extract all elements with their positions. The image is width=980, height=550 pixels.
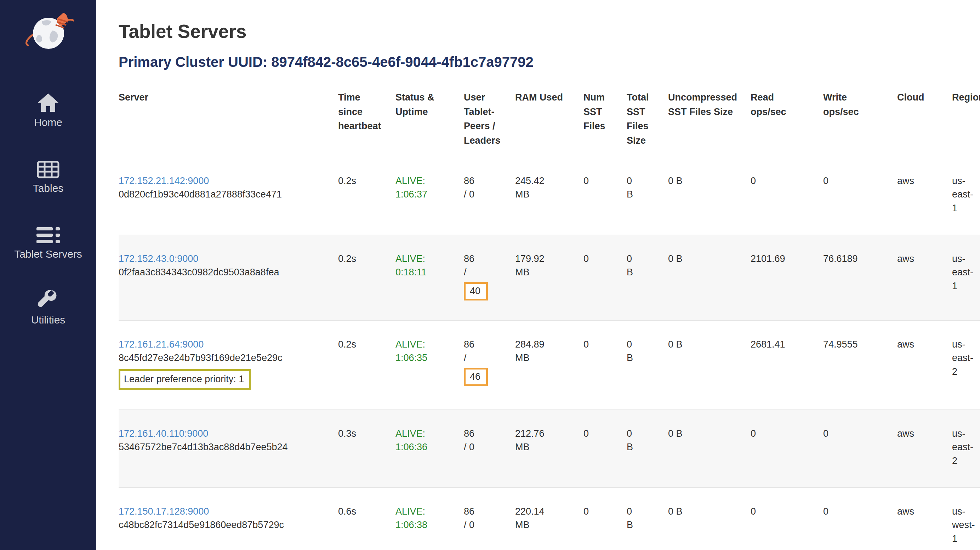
sidebar-item-label: Utilities <box>31 313 65 326</box>
server-uuid: 0f2faa3c834343c0982dc9503a8a8fea <box>119 265 333 279</box>
leaders-highlight-badge: 46 <box>464 368 488 386</box>
home-icon <box>37 91 59 113</box>
peers-count: 86 <box>464 338 510 351</box>
leaders-separator: / <box>464 351 510 364</box>
read-ops-cell: 0 <box>751 157 823 235</box>
cloud-cell: aws <box>897 410 952 487</box>
primary-cluster-uuid: Primary Cluster UUID: 8974f842-8c65-4e6f… <box>119 54 978 70</box>
heartbeat-cell: 0.3s <box>338 410 396 487</box>
region-cell: us-east-2 <box>952 320 980 410</box>
sidebar: Home Tables <box>0 0 96 550</box>
status-cell: ALIVE: 1:06:38 <box>396 487 464 550</box>
uptime-value: 0:18:11 <box>396 265 459 279</box>
uncompressed-sst-cell: 0 B <box>668 487 751 550</box>
sidebar-item-utilities[interactable]: Utilities <box>31 288 65 326</box>
region-cell: us-east-1 <box>952 235 980 320</box>
col-header-cloud: Cloud <box>897 83 952 157</box>
cloud-cell: aws <box>897 487 952 550</box>
col-header-status: Status & Uptime <box>396 83 464 157</box>
num-sst-cell: 0 <box>584 157 627 235</box>
col-header-num-sst: Num SST Files <box>584 83 627 157</box>
server-link[interactable]: 172.152.21.142:9000 <box>119 176 209 186</box>
peers-count: 86 <box>464 252 510 265</box>
num-sst-cell: 0 <box>584 320 627 410</box>
server-uuid: 8c45fd27e3e24b7b93f169de21e5e29c <box>119 351 333 364</box>
rocket <box>56 13 68 28</box>
peers-count: 86 <box>464 427 510 440</box>
server-uuid: 0d820cf1b93c40d881a27888f33ce471 <box>119 188 333 201</box>
ram-cell: 212.76 MB <box>515 410 584 487</box>
status-label: ALIVE: <box>396 174 459 188</box>
table-row: 172.161.40.110:9000 53467572be7c4d13b3ac… <box>119 410 980 487</box>
server-cell: 172.161.40.110:9000 53467572be7c4d13b3ac… <box>119 410 338 487</box>
cloud-cell: aws <box>897 320 952 410</box>
col-header-heartbeat: Time since heartbeat <box>338 83 396 157</box>
leaders-separator: / <box>464 265 510 279</box>
ram-cell: 284.89 MB <box>515 320 584 410</box>
page-title: Tablet Servers <box>119 21 978 42</box>
sidebar-item-home[interactable]: Home <box>34 91 62 129</box>
app-window: Home Tables <box>0 0 980 550</box>
write-ops-cell: 0 <box>823 157 897 235</box>
status-cell: ALIVE: 1:06:35 <box>396 320 464 410</box>
read-ops-cell: 2101.69 <box>751 235 823 320</box>
read-ops-cell: 0 <box>751 410 823 487</box>
tablet-peers-cell: 86 / 0 <box>464 487 515 550</box>
uptime-value: 1:06:38 <box>396 518 459 532</box>
leaders-count: / 0 <box>464 188 510 201</box>
write-ops-cell: 0 <box>823 487 897 550</box>
yugabytedb-logo[interactable] <box>22 10 75 57</box>
total-sst-cell: 0 B <box>627 235 668 320</box>
total-sst-cell: 0 B <box>627 320 668 410</box>
utilities-icon <box>37 288 59 310</box>
region-cell: us-east-1 <box>952 157 980 235</box>
server-link[interactable]: 172.161.40.110:9000 <box>119 428 208 439</box>
heartbeat-cell: 0.2s <box>338 320 396 410</box>
uncompressed-sst-cell: 0 B <box>668 320 751 410</box>
uncompressed-sst-cell: 0 B <box>668 235 751 320</box>
server-cell: 172.152.43.0:9000 0f2faa3c834343c0982dc9… <box>119 235 338 320</box>
leaders-count: / 0 <box>464 440 510 454</box>
peers-count: 86 <box>464 174 510 188</box>
leaders-count: / 0 <box>464 518 510 532</box>
table-row: 172.152.43.0:9000 0f2faa3c834343c0982dc9… <box>119 235 980 320</box>
sidebar-item-label: Tables <box>33 182 64 195</box>
server-cell: 172.150.17.128:9000 c48bc82fc7314d5e9186… <box>119 487 338 550</box>
uptime-value: 1:06:36 <box>396 440 459 454</box>
table-row: 172.152.21.142:9000 0d820cf1b93c40d881a2… <box>119 157 980 235</box>
status-label: ALIVE: <box>396 427 459 440</box>
server-link[interactable]: 172.161.21.64:9000 <box>119 339 204 350</box>
write-ops-cell: 0 <box>823 410 897 487</box>
tserver-table-body: 172.152.21.142:9000 0d820cf1b93c40d881a2… <box>119 157 980 550</box>
ram-cell: 245.42 MB <box>515 157 584 235</box>
heartbeat-cell: 0.6s <box>338 487 396 550</box>
num-sst-cell: 0 <box>584 235 627 320</box>
write-ops-cell: 76.6189 <box>823 235 897 320</box>
main-content: Tablet Servers Primary Cluster UUID: 897… <box>96 0 980 550</box>
ram-cell: 179.92 MB <box>515 235 584 320</box>
num-sst-cell: 0 <box>584 487 627 550</box>
server-link[interactable]: 172.152.43.0:9000 <box>119 253 198 264</box>
sidebar-item-tablet-servers[interactable]: Tablet Servers <box>14 222 82 261</box>
peers-count: 86 <box>464 505 510 518</box>
tablet-servers-table: Server Time since heartbeat Status & Upt… <box>119 83 980 550</box>
read-ops-cell: 2681.41 <box>751 320 823 410</box>
total-sst-cell: 0 B <box>627 410 668 487</box>
sidebar-item-tables[interactable]: Tables <box>33 156 64 195</box>
col-header-read-ops: Read ops/sec <box>751 83 823 157</box>
col-header-total-sst: Total SST Files Size <box>627 83 668 157</box>
sidebar-item-label: Home <box>34 116 62 129</box>
total-sst-cell: 0 B <box>627 487 668 550</box>
server-link[interactable]: 172.150.17.128:9000 <box>119 506 209 517</box>
table-row: 172.150.17.128:9000 c48bc82fc7314d5e9186… <box>119 487 980 550</box>
cloud-cell: aws <box>897 157 952 235</box>
region-cell: us-west-1 <box>952 487 980 550</box>
status-cell: ALIVE: 1:06:37 <box>396 157 464 235</box>
heartbeat-cell: 0.2s <box>338 157 396 235</box>
tablet-peers-cell: 86 / 0 <box>464 157 515 235</box>
leader-preference-badge: Leader preference priority: 1 <box>119 369 251 389</box>
ram-cell: 220.14 MB <box>515 487 584 550</box>
col-header-write-ops: Write ops/sec <box>823 83 897 157</box>
leaders-highlight-badge: 40 <box>464 282 488 300</box>
read-ops-cell: 0 <box>751 487 823 550</box>
